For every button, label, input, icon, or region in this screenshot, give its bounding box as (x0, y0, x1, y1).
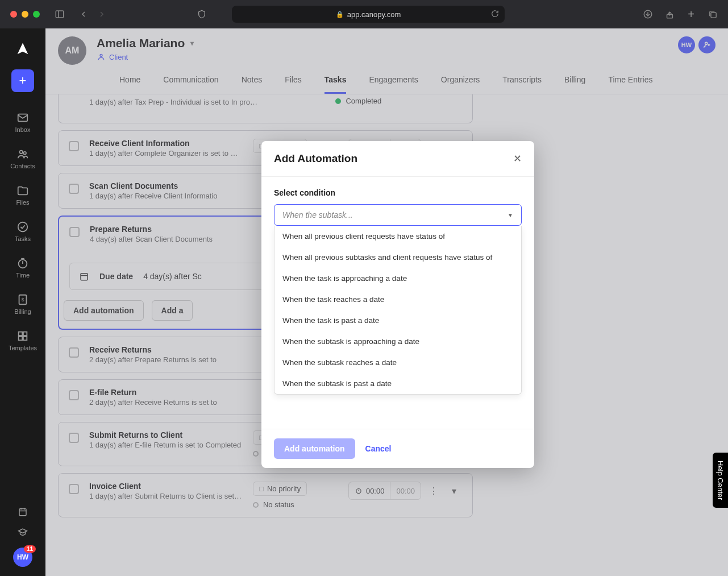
tab-billing[interactable]: Billing (564, 75, 585, 94)
chevron-down-icon[interactable]: ▾ (190, 39, 194, 47)
dropdown-option[interactable]: When the subtask is past a date (274, 373, 521, 394)
download-icon[interactable] (643, 9, 653, 19)
close-window[interactable] (10, 11, 17, 18)
sidebar-item-files[interactable]: Files (0, 179, 45, 212)
refresh-icon[interactable] (491, 10, 499, 19)
status-dot-icon (253, 451, 259, 457)
task-title: Invoice Client (89, 482, 243, 491)
person-icon (97, 52, 106, 61)
tab-time-entries[interactable]: Time Entries (608, 75, 652, 94)
sidebar-label: Files (16, 199, 29, 206)
dropdown-option[interactable]: When the subtask reaches a date (274, 352, 521, 373)
sidebar-item-billing[interactable]: $ Billing (0, 288, 45, 321)
main-content: AM Amelia Mariano ▾ Client HW Home (45, 28, 728, 576)
education-icon[interactable] (18, 527, 28, 537)
client-type: Client (109, 53, 128, 61)
svg-point-25 (705, 42, 708, 44)
task-subtext: 1 day(s) after Complete Organizer is set… (89, 149, 243, 158)
app-logo[interactable] (13, 39, 33, 59)
tab-communication[interactable]: Communication (163, 75, 218, 94)
add-automation-button[interactable]: Add automation (64, 300, 144, 321)
nav-forward-icon[interactable] (97, 9, 107, 19)
task-row[interactable]: 1 day(s) after Tax Prep - Individual is … (58, 94, 473, 123)
shield-icon[interactable] (197, 9, 207, 19)
svg-text:$: $ (22, 297, 24, 302)
chevron-down-icon[interactable]: ▾ (446, 483, 462, 499)
help-center-tab[interactable]: Help Center (713, 453, 728, 508)
select-placeholder: When the subtask... (282, 210, 353, 219)
sidebar-label: Templates (9, 345, 37, 351)
svg-point-9 (23, 152, 26, 155)
add-assignee-button[interactable] (698, 36, 715, 53)
calendar-icon[interactable] (18, 507, 28, 517)
dropdown-option[interactable]: When the subtask is approaching a date (274, 331, 521, 352)
url-text: app.canopy.com (347, 10, 401, 19)
assignee-avatar[interactable]: HW (678, 36, 695, 53)
tab-home[interactable]: Home (119, 75, 140, 94)
task-subtext: 1 day(s) after Tax Prep - Individual is … (89, 98, 325, 106)
task-title: Submit Returns to Client (89, 430, 243, 440)
sidebar-item-contacts[interactable]: Contacts (0, 142, 45, 175)
modal-field-label: Select condition (274, 188, 522, 197)
task-status: Completed (346, 97, 381, 105)
caret-down-icon: ▼ (507, 212, 513, 218)
time-tracker[interactable]: 00:00 00:00 (348, 482, 421, 500)
status-dot-icon (335, 98, 341, 104)
svg-rect-6 (710, 12, 715, 17)
dropdown-option[interactable]: When all previous client requests have s… (274, 226, 521, 247)
tab-engagements[interactable]: Engagements (369, 75, 418, 94)
add-button-secondary[interactable]: Add a (152, 300, 193, 321)
modal-cancel-button[interactable]: Cancel (365, 444, 392, 453)
sidebar-toggle-icon[interactable] (55, 9, 65, 19)
task-checkbox[interactable] (69, 484, 79, 494)
modal-add-button[interactable]: Add automation (274, 438, 355, 459)
task-checkbox[interactable] (69, 347, 79, 358)
client-name: Amelia Mariano (97, 36, 185, 50)
task-subtext: 1 day(s) after Submit Returns to Client … (89, 492, 243, 500)
tab-organizers[interactable]: Organizers (441, 75, 480, 94)
dropdown-option[interactable]: When the task is approaching a date (274, 268, 521, 289)
task-checkbox[interactable] (69, 227, 80, 237)
dropdown-option[interactable]: When the task reaches a date (274, 289, 521, 310)
more-menu-icon[interactable]: ⋮ (426, 483, 442, 499)
sidebar-item-inbox[interactable]: Inbox (0, 106, 45, 139)
minimize-window[interactable] (22, 11, 28, 18)
svg-point-11 (19, 260, 27, 268)
nav-back-icon[interactable] (78, 9, 89, 19)
task-checkbox[interactable] (69, 390, 79, 400)
task-checkbox[interactable] (69, 433, 79, 443)
app-sidebar: + Inbox Contacts Files Tasks Time $ Bill… (0, 28, 45, 576)
tab-tasks[interactable]: Tasks (325, 75, 347, 94)
task-row[interactable]: Invoice Client 1 day(s) after Submit Ret… (58, 473, 473, 517)
sidebar-item-templates[interactable]: Templates (0, 324, 45, 357)
tab-notes[interactable]: Notes (242, 75, 263, 94)
client-header: AM Amelia Mariano ▾ Client HW (45, 28, 728, 65)
modal-title: Add Automation (274, 152, 357, 165)
condition-select[interactable]: When the subtask... ▼ (274, 204, 522, 226)
add-button[interactable]: + (11, 69, 34, 92)
client-avatar: AM (58, 36, 86, 65)
sidebar-item-time[interactable]: Time (0, 251, 45, 284)
svg-rect-16 (19, 332, 22, 335)
task-checkbox[interactable] (69, 184, 79, 194)
tab-transcripts[interactable]: Transcripts (502, 75, 542, 94)
close-icon[interactable]: ✕ (513, 152, 522, 165)
calendar-icon (79, 271, 89, 281)
lock-icon: 🔒 (336, 11, 344, 18)
priority-chip[interactable]: No priority (253, 482, 307, 496)
tabs-overview-icon[interactable] (708, 9, 718, 19)
svg-rect-19 (23, 337, 27, 340)
new-tab-icon[interactable]: + (686, 9, 696, 19)
share-icon[interactable] (664, 9, 675, 19)
svg-rect-20 (19, 509, 26, 516)
dropdown-option[interactable]: When the task is past a date (274, 310, 521, 331)
tab-files[interactable]: Files (285, 75, 302, 94)
client-tabs: Home Communication Notes Files Tasks Eng… (45, 65, 728, 94)
sidebar-label: Billing (14, 308, 31, 315)
task-checkbox[interactable] (69, 141, 79, 151)
address-bar[interactable]: 🔒 app.canopy.com (232, 6, 505, 23)
user-avatar[interactable]: HW 11 (13, 548, 32, 567)
dropdown-option[interactable]: When all previous subtasks and client re… (274, 247, 521, 268)
sidebar-item-tasks[interactable]: Tasks (0, 215, 45, 248)
maximize-window[interactable] (33, 11, 40, 18)
